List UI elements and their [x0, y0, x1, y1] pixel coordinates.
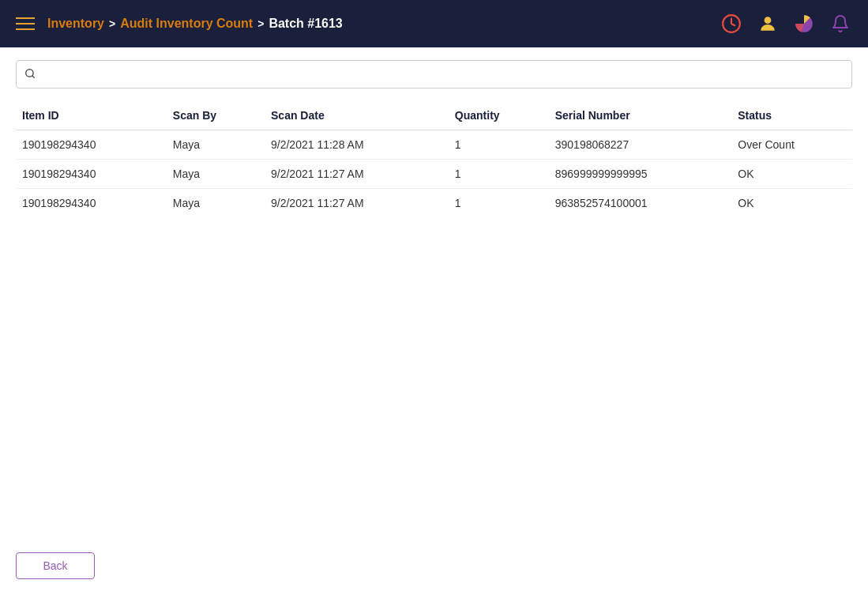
breadcrumb-audit-inventory[interactable]: Audit Inventory Count: [120, 17, 253, 31]
cell-scan-date: 9/2/2021 11:27 AM: [265, 189, 449, 218]
user-icon[interactable]: [756, 12, 780, 36]
table-body: 190198294340Maya9/2/2021 11:28 AM1390198…: [16, 130, 852, 218]
cell-item-id: 190198294340: [16, 160, 167, 189]
clock-icon[interactable]: [720, 12, 743, 36]
navbar: Inventory > Audit Inventory Count > Batc…: [0, 0, 868, 47]
cell-scan-by: Maya: [167, 160, 265, 189]
hamburger-menu-icon[interactable]: [16, 17, 35, 30]
back-button[interactable]: Back: [16, 552, 95, 579]
cell-item-id: 190198294340: [16, 130, 167, 160]
table-row: 190198294340Maya9/2/2021 11:27 AM1963852…: [16, 189, 852, 218]
table-header: Item ID Scan By Scan Date Quantity Seria…: [16, 101, 852, 130]
search-icon: [24, 68, 36, 81]
breadcrumb-inventory[interactable]: Inventory: [47, 17, 104, 31]
breadcrumb-separator-1: >: [109, 17, 115, 30]
breadcrumb-separator-2: >: [257, 17, 264, 30]
table-row: 190198294340Maya9/2/2021 11:28 AM1390198…: [16, 130, 852, 160]
svg-point-1: [765, 17, 772, 24]
cell-quantity: 1: [449, 189, 549, 218]
col-header-item-id: Item ID: [16, 101, 167, 130]
table-row: 190198294340Maya9/2/2021 11:27 AM1896999…: [16, 160, 852, 189]
chart-icon[interactable]: [792, 12, 816, 36]
cell-scan-date: 9/2/2021 11:28 AM: [265, 130, 449, 160]
col-header-serial-number: Serial Number: [549, 101, 732, 130]
cell-serial-number: 390198068227: [549, 130, 732, 160]
cell-status: Over Count: [731, 130, 852, 160]
cell-scan-date: 9/2/2021 11:27 AM: [265, 160, 449, 189]
breadcrumb-batch: Batch #1613: [269, 17, 342, 31]
col-header-scan-by: Scan By: [167, 101, 265, 130]
col-header-scan-date: Scan Date: [265, 101, 449, 130]
cell-item-id: 190198294340: [16, 189, 167, 218]
svg-line-3: [32, 75, 35, 77]
inventory-table: Item ID Scan By Scan Date Quantity Seria…: [16, 101, 852, 217]
navbar-left: Inventory > Audit Inventory Count > Batc…: [16, 17, 343, 31]
search-input[interactable]: [40, 68, 844, 81]
navbar-right: [720, 12, 852, 36]
cell-status: OK: [731, 189, 852, 218]
cell-scan-by: Maya: [167, 130, 265, 160]
col-header-status: Status: [731, 101, 852, 130]
main-content: Item ID Scan By Scan Date Quantity Seria…: [0, 47, 868, 230]
col-header-quantity: Quantity: [449, 101, 549, 130]
cell-status: OK: [731, 160, 852, 189]
search-bar[interactable]: [16, 60, 852, 88]
cell-quantity: 1: [449, 130, 549, 160]
cell-quantity: 1: [449, 160, 549, 189]
cell-serial-number: 896999999999995: [549, 160, 732, 189]
bell-icon[interactable]: [829, 12, 852, 36]
cell-scan-by: Maya: [167, 189, 265, 218]
breadcrumb: Inventory > Audit Inventory Count > Batc…: [47, 17, 343, 31]
cell-serial-number: 963852574100001: [549, 189, 732, 218]
